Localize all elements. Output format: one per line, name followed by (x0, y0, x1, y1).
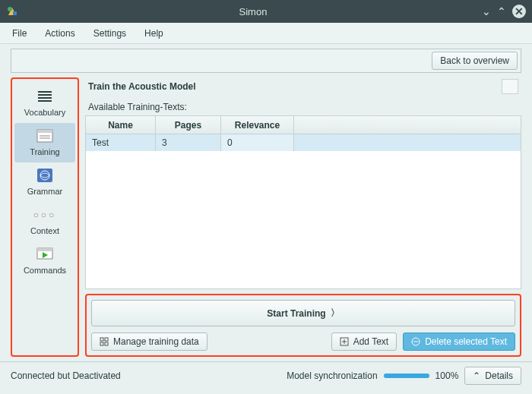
context-icon: ○○○ (34, 206, 55, 223)
menu-help[interactable]: Help (137, 25, 171, 42)
available-label: Available Training-Texts: (85, 102, 521, 112)
sync-label: Model synchronization (287, 370, 377, 381)
vocabulary-icon (34, 88, 55, 105)
sync-percent: 100% (435, 370, 459, 381)
svg-rect-18 (100, 342, 103, 345)
manage-training-data-button[interactable]: Manage training data (91, 333, 207, 351)
table-row[interactable]: Test 3 0 (86, 134, 521, 151)
svg-rect-16 (100, 338, 103, 341)
cell-pages: 3 (156, 134, 221, 151)
svg-rect-8 (37, 130, 52, 133)
svg-point-1 (8, 7, 12, 11)
manage-icon (100, 337, 109, 346)
sidebar: Vocabulary Training Grammar ○○○ Context … (11, 77, 79, 357)
details-label: Details (485, 370, 513, 381)
page-title: Train the Acoustic Model (88, 81, 196, 92)
menu-settings[interactable]: Settings (86, 25, 134, 42)
menu-file[interactable]: File (5, 25, 34, 42)
menubar: File Actions Settings Help (0, 23, 532, 44)
cell-relevance: 0 (221, 134, 294, 151)
add-text-button[interactable]: Add Text (331, 333, 397, 351)
delete-icon (411, 337, 420, 346)
start-training-button[interactable]: Start Training 〉 (91, 300, 515, 326)
main-panel: Train the Acoustic Model Available Train… (85, 77, 521, 357)
svg-rect-17 (105, 338, 108, 341)
chevron-up-icon: ⌃ (473, 370, 480, 381)
toolbar: Back to overview (11, 49, 521, 73)
col-pages[interactable]: Pages (156, 116, 221, 134)
calendar-icon[interactable] (502, 79, 518, 94)
delete-selected-text-button[interactable]: Delete selected Text (403, 333, 515, 351)
chevron-right-icon: 〉 (331, 307, 340, 320)
start-training-label: Start Training (267, 308, 325, 319)
add-label: Add Text (353, 336, 388, 347)
sidebar-item-label: Vocabulary (24, 108, 65, 117)
sidebar-item-grammar[interactable]: Grammar (14, 162, 75, 202)
action-button-area: Start Training 〉 Manage training data Ad… (85, 294, 521, 357)
window-title: Simon (24, 6, 482, 17)
sidebar-item-label: Training (30, 147, 59, 156)
col-name[interactable]: Name (86, 116, 156, 134)
cell-name: Test (86, 134, 156, 151)
titlebar: Simon ⌄ ⌃ ✕ (0, 0, 532, 23)
add-icon (340, 337, 349, 346)
sidebar-item-label: Grammar (27, 187, 62, 196)
sidebar-item-context[interactable]: ○○○ Context (14, 202, 75, 241)
manage-label: Manage training data (113, 336, 199, 347)
sidebar-item-vocabulary[interactable]: Vocabulary (14, 84, 75, 123)
minimize-icon[interactable]: ⌄ (482, 5, 491, 17)
training-icon (34, 128, 55, 144)
sidebar-item-label: Context (30, 226, 59, 235)
details-button[interactable]: ⌃ Details (464, 367, 521, 385)
col-relevance[interactable]: Relevance (221, 116, 294, 134)
sidebar-item-commands[interactable]: Commands (14, 241, 75, 281)
maximize-icon[interactable]: ⌃ (497, 5, 506, 17)
sidebar-item-label: Commands (24, 266, 66, 275)
training-texts-table: Name Pages Relevance Test 3 0 (85, 115, 521, 289)
grammar-icon (34, 167, 55, 184)
commands-icon (34, 246, 55, 263)
sidebar-item-training[interactable]: Training (14, 123, 75, 162)
col-spacer (294, 116, 521, 134)
connection-status: Connected but Deactivated (11, 370, 121, 381)
statusbar: Connected but Deactivated Model synchron… (0, 361, 532, 389)
svg-rect-2 (13, 11, 17, 15)
close-icon[interactable]: ✕ (512, 5, 526, 18)
svg-rect-14 (37, 248, 52, 251)
back-to-overview-button[interactable]: Back to overview (432, 52, 518, 70)
sync-progress (384, 374, 429, 378)
app-icon (6, 5, 18, 17)
svg-rect-19 (105, 342, 108, 345)
menu-actions[interactable]: Actions (37, 25, 82, 42)
delete-label: Delete selected Text (425, 336, 507, 347)
